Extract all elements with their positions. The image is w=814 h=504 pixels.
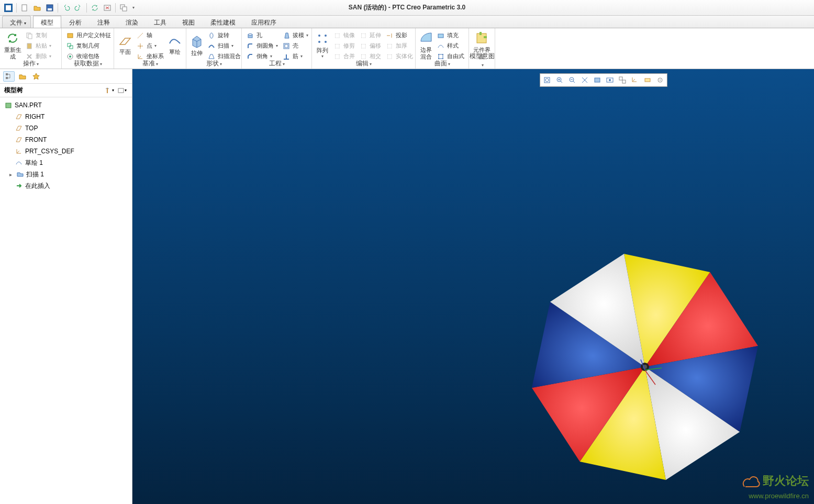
draft-button[interactable]: 拔模▾ bbox=[280, 30, 310, 40]
svg-rect-26 bbox=[438, 34, 443, 38]
thicken-button[interactable]: ⬚加厚 bbox=[383, 41, 415, 51]
svg-point-41 bbox=[545, 79, 549, 82]
redo-icon[interactable] bbox=[72, 2, 85, 14]
point-button[interactable]: 点▾ bbox=[134, 41, 166, 51]
svg-rect-13 bbox=[70, 46, 73, 49]
svg-point-25 bbox=[325, 41, 327, 43]
svg-point-22 bbox=[318, 35, 320, 37]
close-window-icon[interactable] bbox=[101, 2, 114, 14]
folder-tab-icon[interactable] bbox=[17, 71, 28, 82]
axis-button[interactable]: 轴 bbox=[134, 30, 166, 40]
svg-rect-9 bbox=[28, 34, 32, 39]
udf-button[interactable]: 用户定义特征 bbox=[64, 30, 113, 40]
svg-rect-33 bbox=[480, 32, 482, 35]
tab-analysis[interactable]: 分析 bbox=[61, 16, 90, 28]
annotation-display-icon[interactable] bbox=[641, 74, 654, 86]
spin-center-icon[interactable] bbox=[654, 74, 666, 86]
undo-icon[interactable] bbox=[60, 2, 72, 14]
svg-point-19 bbox=[248, 33, 252, 35]
ribbon: 重新生成 复制 粘贴▾ 删除▾ 操作 用户定义特征 复制几何 收缩包络 获取数据… bbox=[0, 28, 814, 69]
pattern-button[interactable]: 阵列▾ bbox=[314, 29, 331, 61]
revolve-button[interactable]: 旋转 bbox=[205, 30, 243, 40]
copygeom-button[interactable]: 复制几何 bbox=[64, 41, 113, 51]
tab-apps[interactable]: 应用程序 bbox=[243, 16, 284, 28]
tree-root[interactable]: SAN.PRT bbox=[0, 99, 132, 111]
tab-annotate[interactable]: 注释 bbox=[90, 16, 118, 28]
svg-rect-36 bbox=[6, 77, 8, 79]
fill-button[interactable]: 填充 bbox=[434, 30, 466, 40]
tab-view[interactable]: 视图 bbox=[174, 16, 203, 28]
tab-model[interactable]: 模型 bbox=[33, 16, 61, 28]
svg-point-23 bbox=[325, 35, 327, 37]
datum-display-icon[interactable] bbox=[629, 74, 641, 86]
svg-rect-39 bbox=[6, 103, 11, 108]
tab-render[interactable]: 渲染 bbox=[118, 16, 146, 28]
save-icon[interactable] bbox=[43, 2, 56, 14]
tab-tools[interactable]: 工具 bbox=[146, 16, 174, 28]
hole-button[interactable]: 孔 bbox=[244, 30, 280, 40]
svg-point-29 bbox=[442, 54, 443, 55]
regen-icon[interactable] bbox=[88, 2, 101, 14]
zoom-out-icon[interactable] bbox=[566, 74, 578, 86]
tab-flex[interactable]: 柔性建模 bbox=[203, 16, 243, 28]
windows-icon[interactable] bbox=[117, 2, 130, 14]
main-area: 模型树 ▾ ▾ SAN.PRT RIGHT TOP FRONT PRT_CSYS… bbox=[0, 69, 814, 504]
refit-icon[interactable] bbox=[541, 74, 553, 86]
saved-views-icon[interactable] bbox=[604, 74, 616, 86]
round-button[interactable]: 倒圆角▾ bbox=[244, 41, 280, 51]
tree-header: 模型树 bbox=[4, 86, 23, 95]
svg-point-46 bbox=[609, 79, 611, 81]
svg-rect-38 bbox=[118, 88, 124, 93]
open-icon[interactable] bbox=[31, 2, 43, 14]
svg-rect-44 bbox=[595, 78, 600, 82]
sweep-button[interactable]: 扫描▾ bbox=[205, 41, 243, 51]
offset-button[interactable]: ⬚偏移 bbox=[357, 41, 383, 51]
svg-rect-35 bbox=[6, 73, 8, 75]
tree-csys[interactable]: PRT_CSYS_DEF bbox=[0, 145, 132, 157]
view-manager-icon[interactable] bbox=[616, 74, 629, 86]
svg-rect-7 bbox=[122, 7, 127, 11]
tree-plane-right[interactable]: RIGHT bbox=[0, 111, 132, 122]
zoom-in-icon[interactable] bbox=[553, 74, 566, 86]
project-button[interactable]: 投影 bbox=[383, 30, 415, 40]
tree-sketch[interactable]: 草绘 1 bbox=[0, 157, 132, 169]
tree-plane-front[interactable]: FRONT bbox=[0, 134, 132, 145]
svg-rect-11 bbox=[68, 33, 73, 38]
paste-button[interactable]: 粘贴▾ bbox=[23, 41, 53, 51]
regenerate-button[interactable]: 重新生成 bbox=[2, 29, 23, 61]
graphics-area[interactable]: 野火论坛 www.proewildfire.cn bbox=[132, 69, 814, 504]
plane-button[interactable]: 平面 bbox=[116, 29, 134, 61]
tree-insert-here[interactable]: 在此插入 bbox=[0, 180, 132, 192]
svg-point-28 bbox=[438, 54, 439, 55]
shell-button[interactable]: 壳 bbox=[280, 41, 310, 51]
favorites-tab-icon[interactable] bbox=[30, 71, 42, 82]
tab-file[interactable]: 文件 ▾ bbox=[2, 16, 31, 28]
ribbon-tabs: 文件 ▾ 模型 分析 注释 渲染 工具 视图 柔性建模 应用程序 bbox=[0, 16, 814, 28]
extrude-button[interactable]: 拉伸 bbox=[188, 29, 205, 61]
mirror-button[interactable]: ⬚镜像 bbox=[331, 30, 357, 40]
tree-tab-icon[interactable] bbox=[3, 71, 15, 82]
quick-access-toolbar: ▾ SAN (活动的) - PTC Creo Parametric 3.0 bbox=[0, 0, 814, 16]
tree-settings-icon[interactable]: ▾ bbox=[104, 85, 115, 96]
svg-rect-49 bbox=[645, 79, 650, 82]
tree-show-icon[interactable]: ▾ bbox=[116, 85, 128, 96]
trim-button[interactable]: ⬚修剪 bbox=[331, 41, 357, 51]
copy-button[interactable]: 复制 bbox=[23, 30, 53, 40]
new-icon[interactable] bbox=[18, 2, 31, 14]
svg-rect-48 bbox=[622, 80, 626, 83]
tree-sweep[interactable]: ▸扫描 1 bbox=[0, 169, 132, 180]
svg-rect-47 bbox=[619, 77, 622, 80]
svg-point-24 bbox=[318, 41, 320, 43]
svg-rect-1 bbox=[6, 5, 11, 10]
style-button[interactable]: 样式 bbox=[434, 41, 466, 51]
app-icon[interactable] bbox=[2, 2, 15, 14]
display-style-icon[interactable] bbox=[591, 74, 604, 86]
svg-rect-10 bbox=[27, 43, 31, 49]
svg-rect-27 bbox=[439, 54, 443, 59]
boundary-blend-button[interactable]: 边界混合 bbox=[418, 29, 434, 61]
extend-button[interactable]: ⬚延伸 bbox=[357, 30, 383, 40]
tree-plane-top[interactable]: TOP bbox=[0, 122, 132, 134]
sketch-button[interactable]: 草绘 bbox=[166, 29, 184, 61]
repaint-icon[interactable] bbox=[578, 74, 591, 86]
qat-dropdown-icon[interactable]: ▾ bbox=[130, 2, 137, 14]
